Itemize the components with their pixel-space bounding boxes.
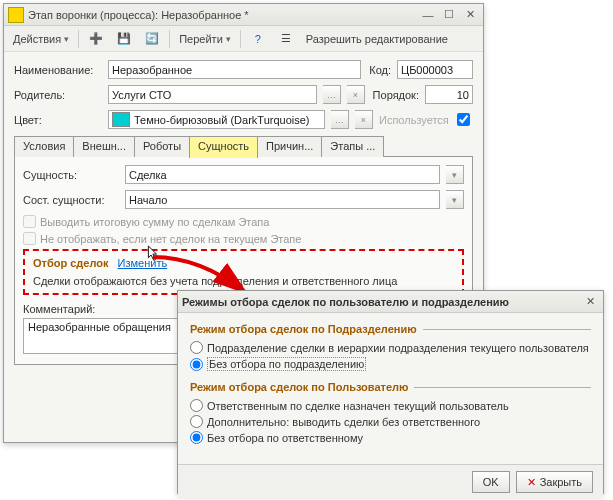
help-icon: ? — [250, 31, 266, 47]
code-label: Код: — [367, 64, 391, 76]
disk-icon: 💾 — [116, 31, 132, 47]
maximize-button[interactable]: ☐ — [440, 7, 458, 23]
close-dialog-button[interactable]: ✕Закрыть — [516, 471, 593, 493]
window-icon — [8, 7, 24, 23]
parent-label: Родитель: — [14, 89, 102, 101]
help-button[interactable]: ? — [245, 29, 271, 49]
color-clear-button[interactable]: × — [355, 110, 373, 129]
name-label: Наименование: — [14, 64, 102, 76]
minimize-button[interactable]: — — [419, 7, 437, 23]
user-group-title: Режим отбора сделок по Пользователю — [190, 381, 408, 393]
dialog-titlebar: Режимы отбора сделок по пользователю и п… — [178, 291, 603, 313]
color-label: Цвет: — [14, 114, 102, 126]
state-input[interactable]: Начало — [125, 190, 440, 209]
hide-empty-checkbox[interactable] — [23, 232, 36, 245]
entity-input[interactable]: Сделка — [125, 165, 440, 184]
add-button[interactable]: ➕ — [83, 29, 109, 49]
user-radio-1[interactable]: Ответственным по сделке назначен текущий… — [190, 399, 591, 412]
tab-stages[interactable]: Этапы ... — [321, 136, 384, 157]
order-input[interactable]: 10 — [425, 85, 473, 104]
list-button[interactable]: ☰ — [273, 29, 299, 49]
plus-icon: ➕ — [88, 31, 104, 47]
deal-filter-title: Отбор сделок — [33, 257, 109, 269]
toolbar: Действия▾ ➕ 💾 🔄 Перейти▾ ? ☰ Разрешить р… — [4, 26, 483, 52]
filter-dialog: Режимы отбора сделок по пользователю и п… — [177, 290, 604, 494]
dialog-title: Режимы отбора сделок по пользователю и п… — [182, 296, 581, 308]
hide-empty-label: Не отображать, если нет сделок на текуще… — [40, 233, 301, 245]
dept-radio-1[interactable]: Подразделение сделки в иерархии подразде… — [190, 341, 591, 354]
tab-appearance[interactable]: Внешн... — [73, 136, 135, 157]
used-checkbox[interactable] — [457, 113, 470, 126]
tabs: Условия Внешн... Роботы Сущность Причин.… — [14, 135, 473, 157]
user-radio-3[interactable]: Без отбора по ответственному — [190, 431, 591, 444]
save-button[interactable]: 💾 — [111, 29, 137, 49]
refresh-button[interactable]: 🔄 — [139, 29, 165, 49]
dept-radio-2[interactable]: Без отбора по подразделению — [190, 357, 591, 371]
deal-filter-group: Отбор сделок Изменить Сделки отображаютс… — [23, 249, 464, 295]
goto-menu[interactable]: Перейти▾ — [174, 29, 236, 49]
show-total-checkbox-row: Выводить итоговую сумму по сделкам Этапа — [23, 215, 464, 228]
tab-entity[interactable]: Сущность — [189, 136, 258, 158]
deal-filter-desc: Сделки отображаются без учета подразделе… — [33, 275, 454, 287]
color-input[interactable]: Темно-бирюзовый (DarkTurquoise) — [108, 110, 325, 129]
parent-select-button[interactable]: … — [323, 85, 341, 104]
parent-clear-button[interactable]: × — [347, 85, 365, 104]
parent-input[interactable]: Услуги СТО — [108, 85, 317, 104]
tab-reasons[interactable]: Причин... — [257, 136, 322, 157]
titlebar: Этап воронки (процесса): Неразобранное *… — [4, 4, 483, 26]
order-label: Порядок: — [371, 89, 419, 101]
hide-empty-checkbox-row: Не отображать, если нет сделок на текуще… — [23, 232, 464, 245]
used-label: Используется — [379, 114, 447, 126]
name-input[interactable]: Неразобранное — [108, 60, 361, 79]
code-input[interactable]: ЦБ000003 — [397, 60, 473, 79]
show-total-label: Выводить итоговую сумму по сделкам Этапа — [40, 216, 269, 228]
actions-menu[interactable]: Действия▾ — [8, 29, 74, 49]
window-title: Этап воронки (процесса): Неразобранное * — [28, 9, 419, 21]
refresh-icon: 🔄 — [144, 31, 160, 47]
color-swatch — [112, 112, 130, 127]
dialog-close-button[interactable]: ✕ — [581, 294, 599, 310]
change-link[interactable]: Изменить — [118, 257, 168, 269]
tab-conditions[interactable]: Условия — [14, 136, 74, 157]
ok-button[interactable]: OK — [472, 471, 510, 493]
close-icon: ✕ — [527, 476, 536, 489]
tab-robots[interactable]: Роботы — [134, 136, 190, 157]
dialog-button-bar: OK ✕Закрыть — [178, 464, 603, 499]
close-button[interactable]: ✕ — [461, 7, 479, 23]
entity-dropdown-button[interactable]: ▾ — [446, 165, 464, 184]
allow-edit-button[interactable]: Разрешить редактирование — [301, 29, 453, 49]
state-dropdown-button[interactable]: ▾ — [446, 190, 464, 209]
entity-label: Сущность: — [23, 169, 119, 181]
color-select-button[interactable]: … — [331, 110, 349, 129]
state-label: Сост. сущности: — [23, 194, 119, 206]
list-icon: ☰ — [278, 31, 294, 47]
show-total-checkbox[interactable] — [23, 215, 36, 228]
dept-group-title: Режим отбора сделок по Подразделению — [190, 323, 417, 335]
user-radio-2[interactable]: Дополнительно: выводить сделки без ответ… — [190, 415, 591, 428]
